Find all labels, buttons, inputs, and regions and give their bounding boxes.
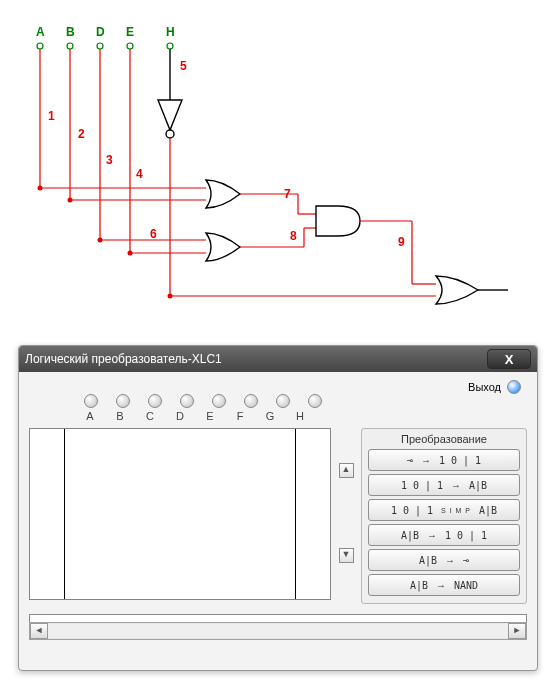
col-c: C — [144, 410, 156, 422]
wire-label-3: 3 — [106, 153, 113, 167]
led-h[interactable] — [308, 394, 322, 408]
led-f[interactable] — [244, 394, 258, 408]
logic-converter-dialog: Логический преобразователь-XLC1 X Выход … — [18, 345, 538, 671]
svg-point-4 — [168, 294, 173, 299]
pin-a[interactable] — [37, 43, 43, 49]
scroll-right-button[interactable]: ► — [508, 623, 526, 639]
not-gate[interactable] — [158, 100, 182, 130]
col-e: E — [204, 410, 216, 422]
pin-h[interactable] — [167, 43, 173, 49]
titlebar[interactable]: Логический преобразователь-XLC1 X — [19, 346, 537, 372]
led-g[interactable] — [276, 394, 290, 408]
btn-circuit-to-tt[interactable]: ⊸→1 0 | 1 — [368, 449, 520, 471]
svg-point-2 — [98, 238, 103, 243]
svg-point-0 — [38, 186, 43, 191]
and-gate[interactable] — [316, 206, 360, 236]
btn-expr-to-nand[interactable]: A|B→NAND — [368, 574, 520, 596]
h-scrollbar[interactable]: ◄ ► — [29, 622, 527, 640]
btn-expr-to-circuit[interactable]: A|B→⊸ — [368, 549, 520, 571]
scroll-left-button[interactable]: ◄ — [30, 623, 48, 639]
col-g: G — [264, 410, 276, 422]
scroll-track[interactable] — [48, 624, 508, 638]
svg-point-3 — [128, 251, 133, 256]
col-h: H — [294, 410, 306, 422]
led-c[interactable] — [148, 394, 162, 408]
wire-label-2: 2 — [78, 127, 85, 141]
conversion-panel: Преобразование ⊸→1 0 | 1 1 0 | 1→A|B 1 0… — [361, 428, 527, 604]
input-label-h: H — [166, 25, 175, 39]
led-a[interactable] — [84, 394, 98, 408]
wire-label-6: 6 — [150, 227, 157, 241]
pin-d[interactable] — [97, 43, 103, 49]
input-label-d: D — [96, 25, 105, 39]
btn-expr-to-tt[interactable]: A|B→1 0 | 1 — [368, 524, 520, 546]
col-f: F — [234, 410, 246, 422]
truth-table[interactable] — [29, 428, 331, 600]
wire-label-4: 4 — [136, 167, 143, 181]
not-bubble — [166, 130, 174, 138]
input-label-b: B — [66, 25, 75, 39]
wire-label-8: 8 — [290, 229, 297, 243]
input-label-a: A — [36, 25, 45, 39]
pin-e[interactable] — [127, 43, 133, 49]
btn-tt-simp-expr[interactable]: 1 0 | 1S I M PA|B — [368, 499, 520, 521]
led-b[interactable] — [116, 394, 130, 408]
close-button[interactable]: X — [487, 349, 531, 369]
led-d[interactable] — [180, 394, 194, 408]
spin-down[interactable]: ▼ — [339, 548, 354, 563]
pin-b[interactable] — [67, 43, 73, 49]
wire-label-9: 9 — [398, 235, 405, 249]
wire-label-5: 5 — [180, 59, 187, 73]
close-icon: X — [505, 352, 514, 367]
output-led[interactable] — [507, 380, 521, 394]
dialog-title: Логический преобразователь-XLC1 — [25, 352, 487, 366]
output-label: Выход — [468, 381, 501, 393]
led-e[interactable] — [212, 394, 226, 408]
wire-label-1: 1 — [48, 109, 55, 123]
spin-up[interactable]: ▲ — [339, 463, 354, 478]
svg-point-1 — [68, 198, 73, 203]
spinner: ▲ ▼ — [339, 428, 353, 598]
conversion-title: Преобразование — [368, 433, 520, 445]
or-gate-1[interactable] — [206, 180, 240, 208]
circuit-svg: A B D E H 1 2 3 4 5 6 7 8 9 — [8, 8, 546, 338]
or-gate-2[interactable] — [206, 233, 240, 261]
col-d: D — [174, 410, 186, 422]
btn-tt-to-expr[interactable]: 1 0 | 1→A|B — [368, 474, 520, 496]
col-b: B — [114, 410, 126, 422]
col-a: A — [84, 410, 96, 422]
input-label-e: E — [126, 25, 134, 39]
or-gate-3[interactable] — [436, 276, 478, 304]
